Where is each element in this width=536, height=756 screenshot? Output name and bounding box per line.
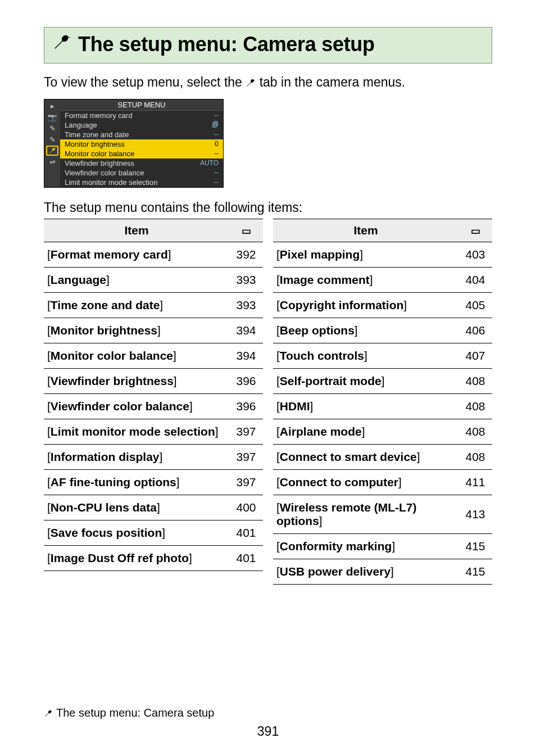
item-name-cell: [Beep options] <box>273 318 458 343</box>
table-row: [HDMI]408 <box>273 394 492 419</box>
footer-line: The setup menu: Camera setup <box>44 707 492 719</box>
table-row: [Time zone and date]393 <box>44 293 263 318</box>
item-name: [Self-portrait mode] <box>276 374 385 387</box>
custom-tab-icon: ✎ <box>46 134 58 144</box>
menu-body: SETUP MENU Format memory card--Language🗐… <box>60 99 223 187</box>
item-name-cell: [HDMI] <box>273 394 458 419</box>
table-row: [Copyright information]405 <box>273 293 492 318</box>
page-title: The setup menu: Camera setup <box>78 33 375 56</box>
table-row: [Non-CPU lens data]400 <box>44 495 263 520</box>
menu-row-value: -- <box>214 111 219 120</box>
item-page-cell: 408 <box>458 445 492 470</box>
item-name: [Image Dust Off ref photo] <box>47 551 192 564</box>
item-page-cell: 396 <box>229 394 263 419</box>
menu-row-label: Format memory card <box>65 111 133 120</box>
table-row: [Conformity marking]415 <box>273 534 492 559</box>
item-name-cell: [Save focus position] <box>44 520 229 546</box>
item-page-cell: 411 <box>458 470 492 495</box>
item-name-cell: [AF fine-tuning options] <box>44 470 229 495</box>
item-name: [HDMI] <box>276 400 313 413</box>
menu-row-value: -- <box>214 178 219 187</box>
menu-row-label: Time zone and date <box>65 130 129 139</box>
table-row: [Save focus position]401 <box>44 520 263 546</box>
item-name: [Limit monitor mode selection] <box>47 425 219 438</box>
item-name-cell: [Connect to computer] <box>273 470 458 495</box>
item-name: [Pixel mapping] <box>276 248 363 261</box>
page-title-bar: The setup menu: Camera setup <box>44 27 492 64</box>
right-table: Item ▭ [Pixel mapping]403[Image comment]… <box>273 219 492 585</box>
item-name: [Viewfinder brightness] <box>47 374 177 387</box>
page-root: The setup menu: Camera setup To view the… <box>0 0 536 756</box>
menu-row-label: Viewfinder color balance <box>65 169 144 177</box>
item-page-cell: 394 <box>229 343 263 369</box>
item-page-cell: 404 <box>458 268 492 293</box>
item-name-cell: [Format memory card] <box>44 242 229 268</box>
camera-tab-icon: 📷 <box>46 112 58 122</box>
menu-row-value: -- <box>214 130 219 139</box>
item-name-cell: [USB power delivery] <box>273 559 458 585</box>
setup-menu-screenshot: ▸ 📷 ✎ ✎ ⇌ SETUP MENU Format memory card-… <box>44 99 224 188</box>
menu-row: Format memory card-- <box>60 111 223 120</box>
menu-row-label: Language <box>65 121 97 129</box>
item-name-cell: [Limit monitor mode selection] <box>44 419 229 445</box>
item-name: [Connect to computer] <box>276 476 402 488</box>
item-name-cell: [Language] <box>44 268 229 293</box>
item-name-cell: [Monitor color balance] <box>44 343 229 369</box>
item-page-cell: 393 <box>229 293 263 318</box>
table-row: [Limit monitor mode selection]397 <box>44 419 263 445</box>
menu-row-value: -- <box>214 169 219 177</box>
item-page-cell: 400 <box>229 495 263 520</box>
item-name-cell: [Pixel mapping] <box>273 242 458 268</box>
page-number: 391 <box>44 724 492 739</box>
table-row: [AF fine-tuning options]397 <box>44 470 263 495</box>
table-row: [Pixel mapping]403 <box>273 242 492 268</box>
table-row: [Connect to smart device]408 <box>273 445 492 470</box>
item-name: [AF fine-tuning options] <box>47 476 180 488</box>
item-page-cell: 394 <box>229 318 263 343</box>
table-row: [Connect to computer]411 <box>273 470 492 495</box>
movie-tab-icon: ✎ <box>46 123 58 133</box>
item-name: [Conformity marking] <box>276 540 395 553</box>
intro-prefix: To view the setup menu, select the <box>44 75 246 89</box>
item-page-cell: 403 <box>458 242 492 268</box>
item-page-cell: 397 <box>229 419 263 445</box>
wrench-icon <box>52 32 71 55</box>
item-name-cell: [Wireless remote (ML-L7) options] <box>273 495 458 534</box>
table-row: [Image comment]404 <box>273 268 492 293</box>
item-name: [Language] <box>47 273 110 286</box>
item-page-cell: 413 <box>458 495 492 534</box>
item-name-cell: [Information display] <box>44 445 229 470</box>
playback-tab-icon: ▸ <box>46 101 58 111</box>
subintro: The setup menu contains the following it… <box>44 200 492 215</box>
table-row: [Information display]397 <box>44 445 263 470</box>
menu-row: Limit monitor mode selection-- <box>60 178 223 187</box>
item-name-cell: [Copyright information] <box>273 293 458 318</box>
item-page-cell: 415 <box>458 559 492 585</box>
menu-row-value: 🗐 <box>212 121 219 129</box>
items-tables: Item ▭ [Format memory card]392[Language]… <box>44 219 492 585</box>
col-header-item: Item <box>44 219 229 242</box>
page-footer: The setup menu: Camera setup 391 <box>44 707 492 739</box>
item-name-cell: [Viewfinder brightness] <box>44 369 229 394</box>
item-name-cell: [Conformity marking] <box>273 534 458 559</box>
item-name: [Save focus position] <box>47 526 165 539</box>
item-name-cell: [Monitor brightness] <box>44 318 229 343</box>
book-icon: ▭ <box>471 225 480 237</box>
table-row: [Format memory card]392 <box>44 242 263 268</box>
menu-row: Monitor brightness0 <box>60 139 223 149</box>
item-page-cell: 401 <box>229 546 263 571</box>
table-row: [Airplane mode]408 <box>273 419 492 445</box>
item-page-cell: 408 <box>458 419 492 445</box>
table-row: [Self-portrait mode]408 <box>273 369 492 394</box>
item-name: [Monitor brightness] <box>47 324 161 337</box>
item-page-cell: 405 <box>458 293 492 318</box>
menu-row-label: Monitor color balance <box>65 150 134 158</box>
item-name-cell: [Non-CPU lens data] <box>44 495 229 520</box>
menu-row: Language🗐 <box>60 120 223 130</box>
item-name-cell: [Image Dust Off ref photo] <box>44 546 229 571</box>
intro-suffix: tab in the camera menus. <box>260 75 406 89</box>
menu-row-value: 0 <box>215 140 219 148</box>
col-header-page: ▭ <box>229 219 263 242</box>
item-page-cell: 397 <box>229 445 263 470</box>
menu-row: Viewfinder brightnessAUTO <box>60 159 223 168</box>
